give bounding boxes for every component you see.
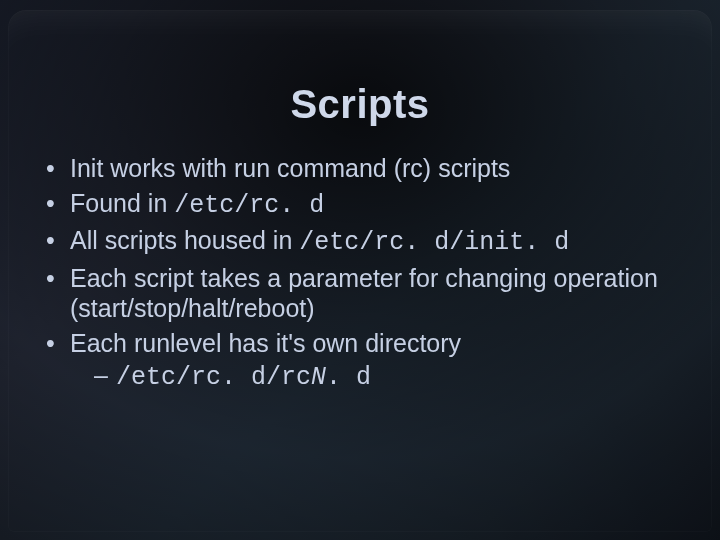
bullet-item: Init works with run command (rc) scripts	[40, 153, 680, 184]
code-path-tail: . d	[326, 363, 371, 392]
sub-bullet-list: /etc/rc. d/rcN. d	[94, 360, 680, 394]
bullet-text: Init works with run command (rc) scripts	[70, 154, 510, 182]
bullet-text: Each script takes a parameter for changi…	[70, 264, 658, 323]
bullet-text: Found in	[70, 189, 174, 217]
slide-title: Scripts	[0, 0, 720, 127]
bullet-text: All scripts housed in	[70, 226, 299, 254]
bullet-list: Init works with run command (rc) scripts…	[40, 153, 680, 394]
bullet-item: Each runlevel has it's own directory /et…	[40, 328, 680, 394]
bullet-item: Found in /etc/rc. d	[40, 188, 680, 222]
bullet-text: Each runlevel has it's own directory	[70, 329, 461, 357]
code-path-ital: N	[311, 363, 326, 392]
code-path: /etc/rc. d	[174, 191, 324, 220]
slide-content: Init works with run command (rc) scripts…	[0, 127, 720, 394]
bullet-item: Each script takes a parameter for changi…	[40, 263, 680, 324]
slide: Scripts Init works with run command (rc)…	[0, 0, 720, 540]
code-path: /etc/rc. d/rc	[116, 363, 311, 392]
code-path: /etc/rc. d/init. d	[299, 228, 569, 257]
bullet-item: All scripts housed in /etc/rc. d/init. d	[40, 225, 680, 259]
sub-bullet-item: /etc/rc. d/rcN. d	[94, 360, 680, 394]
